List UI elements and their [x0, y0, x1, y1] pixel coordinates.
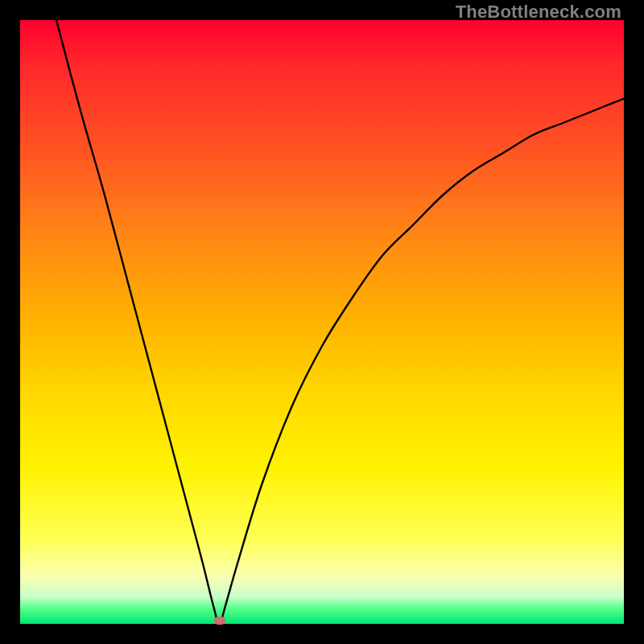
chart-frame: TheBottleneck.com: [0, 0, 644, 644]
optimal-point-marker: [214, 617, 225, 625]
watermark-text: TheBottleneck.com: [456, 2, 621, 23]
bottleneck-curve: [20, 20, 624, 624]
plot-area: [20, 20, 624, 624]
